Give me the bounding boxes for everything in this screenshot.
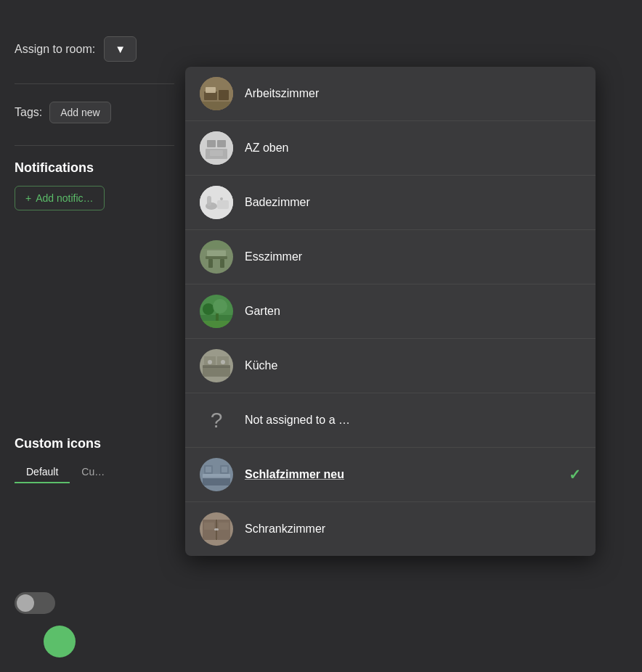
svg-rect-45 [214, 528, 219, 530]
room-avatar-esszimmer [200, 240, 233, 274]
custom-icons-title: Custom icons [15, 436, 116, 451]
selected-checkmark-icon: ✓ [569, 466, 581, 483]
svg-rect-9 [210, 150, 223, 156]
garten-thumbnail [200, 295, 233, 328]
add-new-tag-button[interactable]: Add new [49, 102, 110, 123]
plus-icon: + [25, 192, 31, 204]
toggle-switch[interactable] [15, 592, 55, 614]
svg-rect-6 [207, 140, 216, 147]
dropdown-item-arbeitszimmer[interactable]: Arbeitszimmer [185, 67, 596, 121]
svg-point-23 [203, 303, 214, 315]
svg-rect-5 [200, 131, 233, 165]
svg-rect-7 [217, 140, 226, 147]
svg-rect-14 [220, 197, 223, 200]
room-name-schrankzimmer: Schrankzimmer [245, 523, 581, 536]
room-name-not-assigned: Not assigned to a … [245, 414, 581, 427]
svg-rect-39 [206, 467, 211, 472]
assign-row: Assign to room: ▼ [15, 36, 174, 62]
kuche-thumbnail [200, 349, 233, 382]
badezimmer-thumbnail [200, 186, 233, 219]
room-avatar-arbeitszimmer [200, 77, 233, 110]
add-notification-label: Add notific… [36, 192, 93, 204]
dropdown-item-schrankzimmer[interactable]: Schrankzimmer [185, 502, 596, 556]
dropdown-item-esszimmer[interactable]: Esszimmer [185, 230, 596, 284]
dropdown-item-schlafzimmer[interactable]: Schlafzimmer neu ✓ [185, 448, 596, 502]
dropdown-item-not-assigned[interactable]: ? Not assigned to a … [185, 393, 596, 448]
arbeitszimmer-thumbnail [200, 77, 233, 110]
room-avatar-garten [200, 295, 233, 328]
svg-rect-28 [203, 366, 230, 377]
az-oben-thumbnail [200, 131, 233, 165]
esszimmer-thumbnail [200, 240, 233, 274]
svg-point-33 [221, 360, 225, 364]
room-name-kuche: Küche [245, 359, 581, 372]
notifications-section: Notifications + Add notific… [15, 160, 174, 210]
room-avatar-schlafzimmer [200, 458, 233, 491]
svg-rect-17 [208, 259, 213, 268]
svg-rect-20 [200, 240, 233, 249]
svg-rect-12 [207, 196, 211, 206]
svg-rect-2 [206, 87, 216, 93]
schrankzimmer-thumbnail [200, 512, 233, 546]
schlafzimmer-thumbnail [200, 458, 233, 491]
assign-label: Assign to room: [15, 43, 95, 56]
svg-rect-25 [216, 314, 219, 321]
svg-rect-16 [206, 256, 227, 259]
dropdown-item-garten[interactable]: Garten [185, 284, 596, 339]
custom-icons-section: Custom icons Default Cu… [15, 436, 116, 498]
question-mark-icon: ? [211, 409, 223, 431]
room-dropdown-trigger[interactable]: ▼ [104, 36, 137, 62]
svg-rect-40 [222, 467, 227, 472]
svg-rect-26 [200, 321, 233, 328]
add-notification-button[interactable]: + Add notific… [15, 186, 105, 210]
dropdown-item-badezimmer[interactable]: Badezimmer [185, 176, 596, 230]
room-name-badezimmer: Badezimmer [245, 196, 581, 209]
tags-label: Tags: [15, 106, 42, 119]
tab-default[interactable]: Default [15, 462, 70, 483]
toggle-knob [17, 594, 34, 612]
tab-custom[interactable]: Cu… [70, 462, 116, 483]
divider-2 [15, 145, 174, 146]
room-dropdown-menu: Arbeitszimmer AZ oben [185, 67, 596, 556]
room-name-arbeitszimmer: Arbeitszimmer [245, 87, 581, 100]
tabs-row: Default Cu… [15, 462, 116, 483]
svg-point-24 [213, 299, 227, 314]
chevron-down-icon: ▼ [115, 43, 126, 55]
room-avatar-badezimmer [200, 186, 233, 219]
page-background: Assign to room: ▼ Tags: Add new Notifica… [0, 0, 642, 672]
room-avatar-schrankzimmer [200, 512, 233, 546]
svg-rect-47 [219, 523, 229, 530]
green-action-button[interactable] [44, 626, 76, 657]
notifications-title: Notifications [15, 160, 174, 176]
room-avatar-not-assigned: ? [200, 403, 233, 437]
svg-point-32 [208, 360, 212, 364]
svg-rect-46 [204, 523, 214, 530]
svg-rect-18 [220, 259, 224, 268]
dropdown-item-kuche[interactable]: Küche [185, 339, 596, 393]
tags-row: Tags: Add new [15, 102, 174, 123]
svg-rect-19 [207, 250, 226, 256]
divider-1 [15, 83, 174, 84]
room-name-az-oben: AZ oben [245, 142, 581, 155]
svg-rect-4 [200, 102, 233, 110]
svg-rect-3 [219, 90, 229, 100]
svg-rect-29 [203, 365, 230, 368]
dropdown-item-az-oben[interactable]: AZ oben [185, 121, 596, 176]
dropdown-scroll-area[interactable]: Arbeitszimmer AZ oben [185, 67, 596, 556]
toggle-row [15, 592, 55, 614]
background-content: Assign to room: ▼ Tags: Add new Notifica… [0, 0, 189, 239]
room-avatar-kuche [200, 349, 233, 382]
svg-rect-36 [203, 474, 230, 478]
room-avatar-az-oben [200, 131, 233, 165]
svg-rect-13 [217, 200, 229, 209]
room-name-schlafzimmer: Schlafzimmer neu [245, 468, 557, 481]
room-name-garten: Garten [245, 305, 581, 318]
room-name-esszimmer: Esszimmer [245, 250, 581, 263]
